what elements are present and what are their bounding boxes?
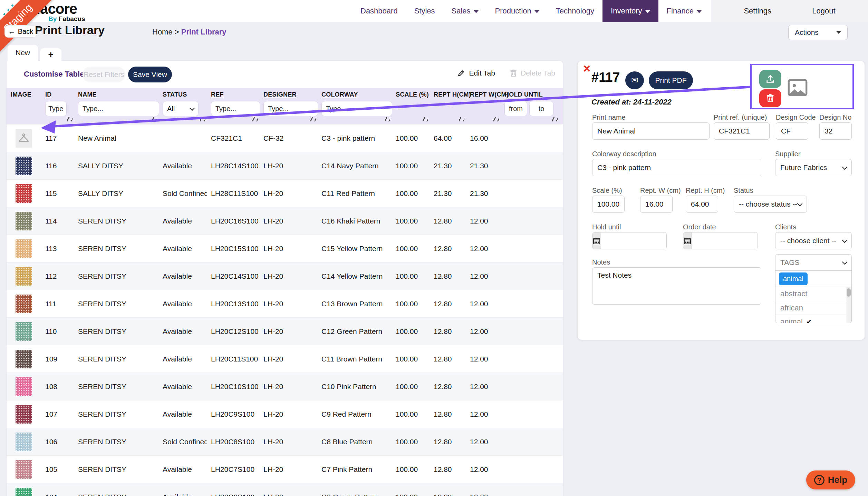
swatch-thumbnail[interactable] — [16, 184, 32, 203]
table-row-117[interactable]: 117New AnimalCF321C1CF-32C3 - pink patte… — [7, 124, 563, 152]
nav-item-sales[interactable]: Sales — [443, 0, 487, 22]
column-label-colorway[interactable]: COLORWAY — [321, 91, 396, 100]
table-row-107[interactable]: 107SEREN DITSYAvailableLH20C9S100LH-20C9… — [7, 400, 563, 428]
tag-option-african[interactable]: african — [775, 301, 851, 315]
scale-field[interactable] — [592, 196, 625, 213]
table-row-109[interactable]: 109SEREN DITSYAvailableLH20C11S100LH-20C… — [7, 345, 563, 373]
tag-chip-animal[interactable]: animal — [779, 272, 808, 285]
nav-item-logout[interactable]: Logout — [804, 0, 843, 22]
calendar-icon[interactable] — [683, 232, 692, 249]
swatch-thumbnail[interactable] — [16, 377, 32, 396]
swatch-thumbnail[interactable] — [16, 405, 32, 424]
nav-item-technology[interactable]: Technology — [548, 0, 602, 22]
swatch-thumbnail[interactable] — [16, 322, 32, 341]
nav-item-dashboard[interactable]: Dashboard — [352, 0, 406, 22]
email-button[interactable]: ✉ — [625, 71, 644, 89]
column-resize-handle[interactable] — [252, 117, 258, 121]
rept-h-field[interactable] — [686, 196, 718, 213]
column-resize-handle[interactable] — [459, 117, 464, 121]
swatch-thumbnail[interactable] — [16, 212, 32, 230]
table-row-105[interactable]: 105SEREN DITSYAvailableLH20C7S100LH-20C7… — [7, 455, 563, 483]
hold-until-field[interactable] — [601, 232, 667, 249]
tag-option-abstract[interactable]: abstract — [775, 287, 851, 301]
filter-input-id[interactable] — [45, 101, 67, 116]
swatch-thumbnail[interactable] — [16, 350, 32, 368]
tags-scrollbar[interactable] — [846, 287, 851, 323]
filter-input-ref[interactable] — [211, 101, 260, 116]
table-row-110[interactable]: 110SEREN DITSYAvailableLH20C12S100LH-20C… — [7, 317, 563, 345]
tag-option-animal[interactable]: animal✔ — [775, 315, 851, 323]
table-row-116[interactable]: 116SALLY DITSYAvailableLH28C14S100LH-20C… — [7, 152, 563, 179]
image-placeholder-hanger-icon[interactable] — [16, 129, 32, 148]
nav-item-finance[interactable]: Finance — [658, 0, 710, 22]
back-button[interactable]: ← Back — [4, 25, 37, 38]
add-tab-button[interactable]: + — [40, 48, 61, 61]
print-pdf-button[interactable]: Print PDF — [649, 71, 693, 89]
tags-scrollbar-thumb[interactable] — [847, 288, 851, 297]
calendar-icon[interactable] — [592, 232, 601, 249]
filter-from-hold_until[interactable] — [504, 101, 527, 116]
column-resize-handle[interactable] — [385, 117, 390, 121]
close-panel-icon[interactable]: × — [583, 62, 590, 75]
table-row-114[interactable]: 114SEREN DITSYAvailableLH20C16S100LH-20C… — [7, 207, 563, 235]
filter-input-name[interactable] — [78, 101, 159, 116]
swatch-thumbnail[interactable] — [16, 433, 32, 451]
rept-w-field[interactable] — [640, 196, 673, 213]
column-resize-handle[interactable] — [67, 117, 73, 121]
order-date-field[interactable] — [692, 232, 758, 249]
nav-item-inventory[interactable]: Inventory — [602, 0, 658, 22]
save-view-button[interactable]: Save View — [128, 67, 172, 82]
column-label-designer[interactable]: DESIGNER — [263, 91, 321, 100]
actions-button[interactable]: Actions — [788, 25, 848, 40]
colorway-desc-field[interactable] — [592, 159, 761, 176]
table-row-115[interactable]: 115SALLY DITSYSold ConfinedLH28C11S100LH… — [7, 179, 563, 207]
nav-item-styles[interactable]: Styles — [406, 0, 443, 22]
swatch-thumbnail[interactable] — [16, 267, 32, 286]
print-name-field[interactable] — [592, 122, 710, 140]
supplier-select[interactable]: Future Fabrics — [775, 159, 852, 176]
edit-tab-button[interactable]: Edit Tab — [457, 69, 495, 77]
table-row-108[interactable]: 108SEREN DITSYAvailableLH20C10S100LH-20C… — [7, 373, 563, 400]
column-resize-handle[interactable] — [423, 117, 428, 121]
table-row-112[interactable]: 112SEREN DITSYAvailableLH20C14S100LH-20C… — [7, 262, 563, 290]
filter-input-colorway[interactable] — [321, 101, 392, 116]
column-resize-handle[interactable] — [310, 117, 316, 121]
column-resize-handle[interactable] — [493, 117, 499, 121]
column-label-ref[interactable]: REF — [211, 91, 263, 100]
swatch-thumbnail[interactable] — [16, 488, 32, 496]
customise-table-button[interactable]: Customise Table — [24, 70, 91, 79]
column-label-id[interactable]: ID — [45, 91, 78, 100]
help-button[interactable]: ? Help — [806, 470, 855, 489]
delete-tab-button[interactable]: Delete Tab — [510, 69, 555, 77]
status-select[interactable]: -- choose status -- — [734, 196, 807, 213]
column-label-name[interactable]: NAME — [78, 91, 163, 100]
design-code-field[interactable] — [776, 122, 808, 140]
column-resize-handle[interactable] — [152, 117, 157, 121]
column-label-hold_until[interactable]: HOLD UNTIL — [504, 91, 563, 100]
upload-image-button[interactable] — [759, 70, 781, 88]
design-no-field[interactable] — [819, 122, 852, 140]
nav-item-production[interactable]: Production — [487, 0, 548, 22]
print-ref-field[interactable] — [714, 122, 770, 140]
table-row-113[interactable]: 113SEREN DITSYAvailableLH20C15S100LH-20C… — [7, 235, 563, 262]
swatch-thumbnail[interactable] — [16, 239, 32, 258]
swatch-thumbnail[interactable] — [16, 460, 32, 479]
table-row-106[interactable]: 106SEREN DITSYSold ConfinedLH20C8S100LH-… — [7, 428, 563, 455]
filter-select-status[interactable]: All — [163, 101, 199, 116]
tab-new[interactable]: New — [8, 45, 38, 61]
filter-to-hold_until[interactable] — [529, 101, 553, 116]
reset-filters-button[interactable]: Reset Filters — [83, 67, 125, 82]
delete-image-button[interactable] — [759, 89, 781, 107]
tags-dropdown[interactable]: TAGS — [775, 255, 851, 271]
swatch-thumbnail[interactable] — [16, 295, 32, 313]
column-resize-handle[interactable] — [200, 117, 205, 121]
column-resize-handle[interactable] — [552, 117, 558, 121]
filter-input-designer[interactable] — [263, 101, 318, 116]
breadcrumb-home[interactable]: Home — [152, 28, 173, 36]
swatch-thumbnail[interactable] — [16, 157, 32, 175]
table-row-104[interactable]: 104SEREN DITSYAvailableLH20C6S100LH-20C6… — [7, 483, 563, 496]
nav-item-settings[interactable]: Settings — [735, 0, 780, 22]
clients-select[interactable]: -- choose client -- — [775, 232, 852, 249]
table-row-111[interactable]: 111SEREN DITSYAvailableLH20C13S100LH-20C… — [7, 290, 563, 317]
notes-field[interactable] — [592, 267, 761, 305]
